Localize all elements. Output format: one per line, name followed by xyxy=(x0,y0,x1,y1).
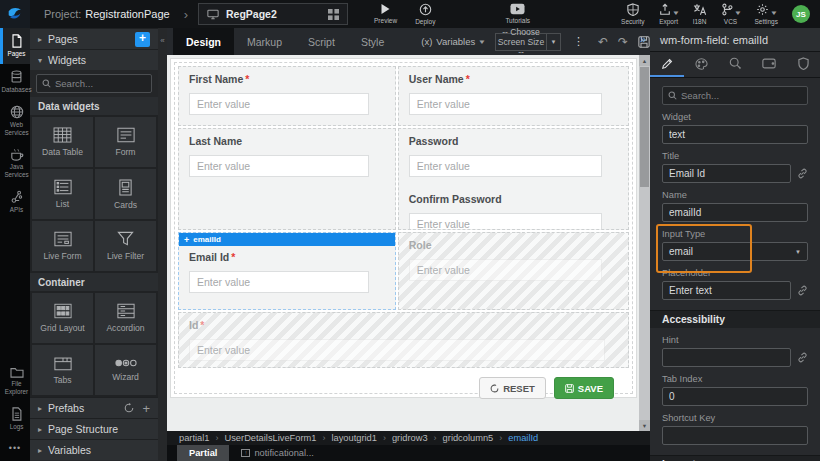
sidebar-item-logs[interactable]: Logs xyxy=(0,401,30,437)
form-field-user-name[interactable]: User Name* xyxy=(398,66,629,126)
form-field-password-group[interactable]: Password Confirm Password xyxy=(398,128,629,230)
sidebar-item-apis[interactable]: APIs xyxy=(0,184,30,220)
preview-button[interactable]: Preview xyxy=(374,3,397,24)
undo-icon[interactable]: ↶ xyxy=(598,35,608,49)
widget-tile-live-filter[interactable]: Live Filter xyxy=(95,221,156,271)
add-prefab-button[interactable]: + xyxy=(142,401,150,416)
settings-button[interactable]: ▼ Settings xyxy=(755,3,779,25)
user-name-input[interactable] xyxy=(409,93,602,115)
sidebar-item-java-services[interactable]: Java Services xyxy=(0,142,30,184)
bind-link-icon[interactable] xyxy=(797,352,808,363)
widget-tile-form[interactable]: Form xyxy=(95,117,156,167)
page-canvas: First Name* User Name* Last Name Passwor xyxy=(170,58,637,398)
form-field-first-name[interactable]: First Name* xyxy=(178,66,396,126)
widget-search-input[interactable] xyxy=(55,78,146,89)
title-value-input[interactable] xyxy=(662,164,791,183)
add-page-button[interactable]: + xyxy=(135,32,150,47)
widget-tile-cards[interactable]: Cards xyxy=(95,169,156,219)
rail-more-button[interactable]: ••• xyxy=(0,437,30,461)
scroll-up-icon[interactable]: ▲ xyxy=(639,55,650,66)
save-button[interactable]: SAVE xyxy=(554,377,614,399)
sidebar-item-web-services[interactable]: Web Services xyxy=(0,99,30,142)
page-structure-section-header[interactable]: ▸ Page Structure xyxy=(30,418,158,439)
screen-size-dropdown[interactable]: -- Choose Screen Size -- ▼ xyxy=(495,33,561,51)
widget-tile-live-form[interactable]: Live Form xyxy=(32,221,93,271)
editor-tab-partial[interactable]: Partial xyxy=(177,445,229,461)
breadcrumb-item-active[interactable]: emailId xyxy=(508,433,538,443)
widget-tile-wizard[interactable]: Wizard xyxy=(95,345,156,395)
placeholder-value-input[interactable] xyxy=(662,281,791,300)
hint-value-input[interactable] xyxy=(662,348,791,367)
shortcut-key-value-input[interactable] xyxy=(662,426,808,445)
widget-tile-list[interactable]: List xyxy=(32,169,93,219)
scrollbar-thumb[interactable] xyxy=(640,67,649,187)
role-input[interactable] xyxy=(409,259,602,281)
id-input[interactable] xyxy=(189,339,605,361)
refresh-icon[interactable] xyxy=(124,403,134,413)
tab-device[interactable] xyxy=(752,52,786,77)
first-name-input[interactable] xyxy=(189,93,369,115)
kebab-menu-icon[interactable]: ⋮ xyxy=(569,35,588,48)
sidebar-item-pages[interactable]: Pages xyxy=(0,28,30,64)
widget-tile-grid-layout[interactable]: Grid Layout xyxy=(32,293,93,343)
last-name-input[interactable] xyxy=(189,155,369,177)
variables-section-header[interactable]: ▸ Variables xyxy=(30,439,158,460)
widget-value-input[interactable] xyxy=(662,125,808,144)
breadcrumb-item[interactable]: partial1 xyxy=(179,433,210,443)
prefabs-section-header[interactable]: ▸ Prefabs + xyxy=(30,397,158,418)
collapse-right-panel-icon[interactable]: » xyxy=(637,33,649,45)
vcs-button[interactable]: ▼ VCS xyxy=(721,3,741,25)
form-field-role[interactable]: Role xyxy=(398,232,629,310)
input-type-select[interactable]: email ▼ xyxy=(662,242,808,261)
tab-security[interactable] xyxy=(786,52,820,77)
variables-dropdown[interactable]: (x) Variables ▼ xyxy=(421,36,485,47)
tab-styles[interactable] xyxy=(684,52,718,77)
widget-tile-accordion[interactable]: Accordion xyxy=(95,293,156,343)
name-value-input[interactable] xyxy=(662,203,808,222)
tab-properties[interactable] xyxy=(650,52,684,77)
tab-inspect[interactable] xyxy=(718,52,752,77)
page-tab[interactable]: RegPage2 xyxy=(198,3,348,25)
form-field-id[interactable]: Id* xyxy=(178,312,629,368)
form-field-email-id[interactable]: + emailId Email Id* xyxy=(178,232,396,310)
security-button[interactable]: Security xyxy=(621,3,644,25)
tab-index-value-input[interactable] xyxy=(662,387,808,406)
bind-link-icon[interactable] xyxy=(797,285,808,296)
password-input[interactable] xyxy=(409,155,602,177)
pages-section-header[interactable]: ▸ Pages + xyxy=(30,28,158,49)
reset-button[interactable]: RESET xyxy=(479,377,546,399)
drag-handle-icon: + xyxy=(184,235,189,245)
confirm-password-input[interactable] xyxy=(409,213,602,230)
tab-style[interactable]: Style xyxy=(348,28,397,55)
email-id-input[interactable] xyxy=(189,271,369,293)
selected-widget-tag[interactable]: + emailId xyxy=(179,233,395,246)
user-avatar[interactable]: JS xyxy=(792,5,810,23)
tab-script[interactable]: Script xyxy=(295,28,348,55)
widget-tile-tabs[interactable]: Tabs xyxy=(32,345,93,395)
form-field-last-name[interactable]: Last Name xyxy=(178,128,396,230)
widgets-section-header[interactable]: ▾ Widgets xyxy=(30,49,158,70)
wavemaker-logo[interactable] xyxy=(0,0,30,28)
scroll-down-icon[interactable]: ▼ xyxy=(639,420,650,431)
breadcrumb-item[interactable]: gridcolumn5 xyxy=(443,433,494,443)
properties-search-input[interactable] xyxy=(681,90,802,101)
tutorials-button[interactable]: Tutorials xyxy=(505,3,530,24)
tab-design[interactable]: Design xyxy=(173,28,234,55)
canvas-scrollbar[interactable]: ▲ ▼ xyxy=(639,55,650,431)
tab-markup[interactable]: Markup xyxy=(234,28,295,55)
sidebar-item-file-explorer[interactable]: File Explorer xyxy=(0,360,30,401)
export-button[interactable]: ▼ Export xyxy=(659,3,679,25)
dashboard-grid-icon[interactable] xyxy=(328,9,339,20)
sidebar-item-databases[interactable]: Databases xyxy=(0,64,30,100)
i18n-button[interactable]: I18N xyxy=(693,3,707,25)
bind-link-icon[interactable] xyxy=(797,168,808,179)
widget-tile-data-table[interactable]: Data Table xyxy=(32,117,93,167)
breadcrumb-item[interactable]: layoutgrid1 xyxy=(331,433,376,443)
project-chevron-icon[interactable]: › xyxy=(184,7,188,22)
editor-tab-notification[interactable]: ! notificational... xyxy=(229,445,325,461)
deploy-button[interactable]: Deploy xyxy=(415,3,435,25)
collapse-left-panel-icon[interactable]: « xyxy=(160,36,164,45)
redo-icon[interactable]: ↷ xyxy=(618,35,628,49)
breadcrumb-item[interactable]: UserDetailsLiveForm1 xyxy=(225,433,317,443)
breadcrumb-item[interactable]: gridrow3 xyxy=(392,433,428,443)
